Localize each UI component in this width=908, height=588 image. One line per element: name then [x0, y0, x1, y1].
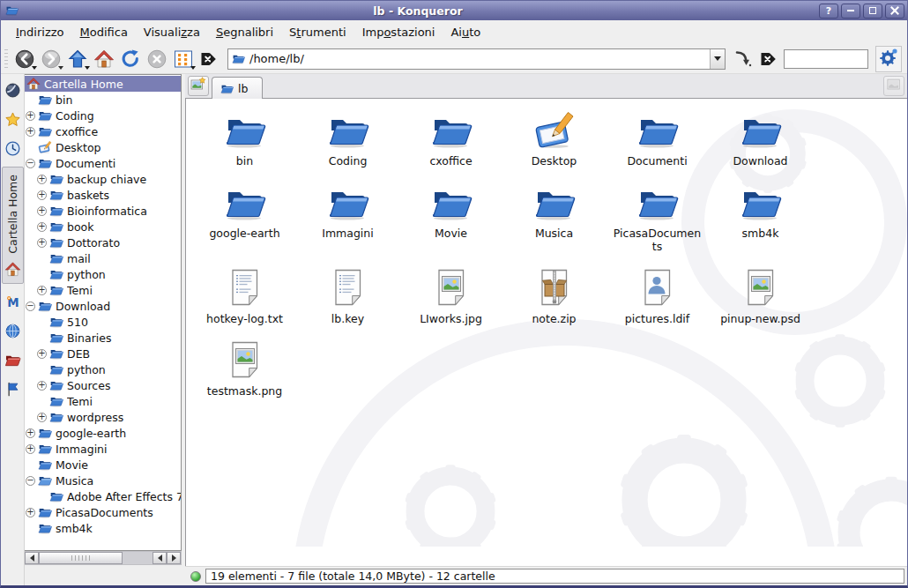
sidebar-tab-history[interactable]	[2, 138, 23, 159]
sidebar-tab-services[interactable]	[2, 379, 23, 400]
tree-expander[interactable]: −	[26, 301, 35, 311]
file-item[interactable]: Movie	[406, 182, 497, 253]
menu-impostazioni[interactable]: Impostazioni	[354, 22, 443, 42]
sidebar-tab-bookmarks[interactable]	[2, 108, 23, 130]
location-value[interactable]: /home/lb/	[249, 52, 705, 65]
clear-location-button[interactable]	[197, 47, 222, 71]
tree-expander[interactable]: +	[26, 508, 35, 517]
tree-expander[interactable]: +	[37, 175, 47, 184]
sidebar-tab-metabar[interactable]: M	[2, 292, 23, 313]
scroll-left-button-2[interactable]	[153, 552, 167, 564]
tree-expander[interactable]: +	[37, 222, 47, 232]
tree-item[interactable]: −Musica	[25, 473, 181, 488]
tree-expander[interactable]: +	[37, 190, 47, 200]
tree-item[interactable]: bin	[25, 92, 181, 108]
tree-item[interactable]: +book	[25, 219, 181, 234]
tree-item[interactable]: −Documenti	[25, 155, 181, 171]
file-item[interactable]: bin	[199, 109, 291, 167]
tree-expander[interactable]: +	[26, 111, 35, 121]
tree-item[interactable]: Binaries	[25, 330, 181, 346]
tree-item[interactable]: +Coding	[25, 108, 181, 123]
up-button[interactable]	[65, 47, 90, 71]
file-item[interactable]: LIworks.jpg	[406, 267, 497, 325]
tree-item[interactable]: +PicasaDocuments	[25, 504, 181, 520]
file-item[interactable]: PicasaDocuments	[612, 182, 703, 253]
scroll-left-button[interactable]	[25, 552, 39, 564]
tree-item[interactable]: +google-earth	[25, 425, 181, 441]
sidebar-tab-network[interactable]	[2, 321, 23, 342]
tree-expander[interactable]: +	[37, 413, 47, 422]
tree-expander[interactable]: +	[26, 127, 35, 137]
new-tab-button[interactable]	[188, 76, 209, 96]
go-button[interactable]	[731, 47, 755, 71]
tree-expander[interactable]: −	[26, 159, 35, 168]
throbber-button[interactable]	[875, 46, 902, 72]
location-bar[interactable]: /home/lb/	[227, 48, 726, 70]
file-item[interactable]: cxoffice	[406, 109, 497, 167]
tree-expander[interactable]: +	[37, 238, 47, 248]
file-item[interactable]: pictures.ldif	[612, 267, 703, 325]
minimize-button[interactable]	[841, 4, 860, 19]
back-button[interactable]	[12, 47, 37, 71]
forward-button[interactable]	[39, 47, 63, 71]
tree-expander[interactable]: −	[26, 476, 35, 486]
tree-expander[interactable]: +	[26, 444, 35, 454]
tree-item[interactable]: Desktop	[25, 139, 181, 155]
menu-indirizzo[interactable]: Indirizzo	[8, 22, 72, 42]
reload-button[interactable]	[118, 47, 143, 71]
tree-item[interactable]: Movie	[25, 457, 181, 473]
file-item[interactable]: Documenti	[612, 109, 703, 167]
file-item[interactable]: smb4k	[715, 182, 807, 253]
clear-search-button[interactable]	[757, 47, 782, 71]
sidebar-tab-home-folder[interactable]: Cartella Home	[2, 167, 24, 284]
file-item[interactable]: note.zip	[509, 267, 600, 325]
sidebar-tab-root-folder[interactable]	[2, 350, 23, 371]
tree-item[interactable]: 510	[25, 314, 181, 330]
icon-view-button[interactable]	[171, 47, 196, 71]
maximize-button[interactable]	[863, 4, 882, 19]
stop-button[interactable]	[145, 47, 169, 71]
file-item[interactable]: Musica	[509, 182, 600, 253]
tree-item[interactable]: Adobe After Effects 7	[25, 488, 181, 504]
file-item[interactable]: pinup-new.psd	[715, 267, 807, 325]
close-button[interactable]	[885, 4, 904, 19]
tree-expander[interactable]: +	[37, 286, 47, 295]
menu-strumenti[interactable]: Strumenti	[281, 22, 354, 42]
file-item[interactable]: Download	[715, 109, 807, 167]
file-item[interactable]: hotkey-log.txt	[199, 267, 291, 325]
file-item[interactable]: Desktop	[509, 109, 600, 167]
tree-item[interactable]: +Dottorato	[25, 234, 181, 250]
tree-item[interactable]: +Temi	[25, 282, 181, 298]
tree-item[interactable]: smb4k	[25, 520, 181, 536]
tree-item[interactable]: +Bioinformatica	[25, 203, 181, 219]
scrollbar-track[interactable]	[123, 552, 153, 564]
file-item[interactable]: lb.key	[302, 267, 394, 325]
tree-item[interactable]: +DEB	[25, 346, 181, 361]
file-item[interactable]: Immagini	[302, 182, 394, 253]
scrollbar-thumb[interactable]	[39, 552, 123, 564]
menu-modifica[interactable]: Modifica	[72, 22, 136, 42]
tree-item[interactable]: python	[25, 266, 181, 282]
detach-tab-button[interactable]	[883, 76, 904, 96]
home-button[interactable]	[92, 47, 116, 71]
tree-expander[interactable]: +	[26, 428, 35, 438]
scroll-right-button[interactable]	[167, 552, 181, 564]
tree-item[interactable]: −Download	[25, 298, 181, 314]
tree-item[interactable]: mail	[25, 250, 181, 266]
sidebar-tab-web[interactable]	[2, 79, 23, 100]
file-item[interactable]: testmask.png	[199, 339, 291, 398]
tree-item[interactable]: Temi	[25, 393, 181, 409]
tree-item[interactable]: +Sources	[25, 377, 181, 393]
tree-item[interactable]: +Immagini	[25, 441, 181, 457]
menu-segnalibri[interactable]: Segnalibri	[208, 22, 281, 42]
tree-expander[interactable]: +	[37, 381, 47, 391]
view-tab[interactable]: lb	[212, 77, 263, 99]
tree-item[interactable]: Cartella Home	[25, 76, 181, 92]
tree-item[interactable]: +backup chiave	[25, 171, 181, 187]
location-dropdown-button[interactable]	[710, 49, 725, 69]
file-item[interactable]: Coding	[302, 109, 394, 167]
menu-aiuto[interactable]: Aiuto	[443, 22, 488, 42]
tree-expander[interactable]: +	[37, 349, 47, 359]
toolbar-handle[interactable]	[4, 49, 8, 69]
tree-item[interactable]: +baskets	[25, 187, 181, 203]
